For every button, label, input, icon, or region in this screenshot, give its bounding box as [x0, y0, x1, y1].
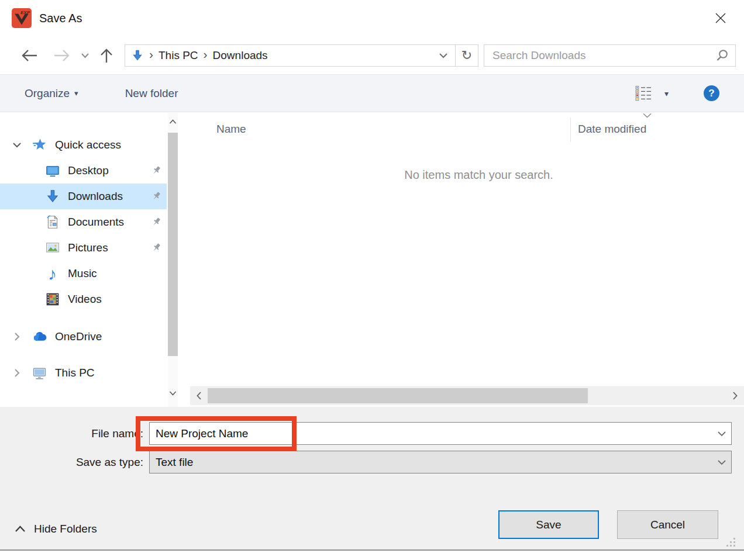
this-pc-icon	[32, 365, 47, 381]
new-folder-button[interactable]: New folder	[125, 87, 178, 100]
sidebar-item-label: Desktop	[68, 164, 109, 177]
scroll-down-button[interactable]	[168, 385, 178, 402]
search-box[interactable]	[484, 44, 736, 67]
sidebar-item-onedrive[interactable]: OneDrive	[0, 324, 167, 350]
dialog-footer: File name: Save as type: Text file Hide …	[0, 407, 744, 550]
chevron-down-icon	[717, 459, 726, 465]
breadcrumb-chevron[interactable]: ›	[149, 47, 153, 61]
sidebar-item-downloads[interactable]: Downloads	[0, 184, 167, 209]
file-name-row: File name:	[0, 422, 732, 445]
view-dropdown-button[interactable]: ▾	[660, 88, 669, 99]
chevron-up-icon	[169, 119, 177, 124]
sidebar-item-pictures[interactable]: Pictures	[0, 235, 167, 261]
column-header-name[interactable]: Name	[216, 123, 246, 136]
command-toolbar: Organize ▾ New folder ▾ ?	[0, 74, 744, 112]
title-bar: EXP Save As	[0, 0, 744, 36]
chevron-left-icon	[197, 392, 201, 400]
horizontal-scrollbar[interactable]	[190, 386, 744, 405]
save-as-type-dropdown-button[interactable]	[717, 451, 726, 473]
location-downloads-icon	[131, 49, 144, 62]
new-folder-label: New folder	[125, 87, 178, 100]
music-icon: ♪	[44, 266, 60, 282]
sidebar-item-desktop[interactable]: Desktop	[0, 158, 167, 184]
hide-folders-label: Hide Folders	[34, 523, 97, 535]
save-as-type-label: Save as type:	[0, 456, 143, 469]
downloads-icon	[44, 189, 60, 205]
forward-icon	[53, 48, 71, 63]
file-name-input[interactable]	[150, 423, 731, 444]
sidebar-item-this-pc[interactable]: This PC	[0, 360, 167, 386]
sidebar-item-quick-access[interactable]: Quick access	[0, 132, 167, 158]
caret-down-icon: ▾	[74, 89, 78, 98]
sidebar-item-music[interactable]: ♪ Music	[0, 261, 167, 286]
pin-icon	[150, 216, 162, 228]
chevron-down-icon[interactable]	[12, 142, 22, 148]
column-divider[interactable]	[570, 117, 571, 142]
file-name-combobox[interactable]	[149, 422, 732, 445]
videos-icon	[44, 292, 60, 307]
dialog-body: Quick access Desktop Downloads Documents…	[0, 113, 744, 407]
save-as-type-value: Text file	[150, 456, 193, 469]
help-button[interactable]: ?	[704, 85, 719, 101]
up-icon	[99, 47, 114, 64]
sidebar-item-label: Downloads	[68, 190, 123, 203]
organize-label: Organize	[25, 87, 70, 100]
back-icon	[20, 48, 38, 63]
resize-grip[interactable]	[725, 537, 737, 548]
organize-button[interactable]: Organize ▾	[25, 87, 78, 100]
save-as-dialog: EXP Save As › This PC › Downloads	[0, 0, 744, 560]
scroll-left-button[interactable]	[191, 386, 206, 405]
search-input[interactable]	[492, 49, 715, 62]
view-details-icon	[635, 85, 652, 101]
breadcrumb-downloads[interactable]: Downloads	[213, 49, 268, 62]
empty-list-message: No items match your search.	[190, 168, 744, 182]
address-bar[interactable]: › This PC › Downloads ↻	[125, 44, 478, 67]
pin-icon	[150, 165, 162, 177]
chevron-right-icon[interactable]	[12, 368, 22, 378]
save-button[interactable]: Save	[498, 510, 599, 539]
window-bottom-edge	[0, 549, 744, 551]
sidebar-item-label: Pictures	[68, 241, 108, 254]
recent-locations-button[interactable]	[80, 53, 89, 58]
chevron-down-icon	[81, 53, 89, 58]
chevron-down-icon	[717, 431, 726, 437]
refresh-button[interactable]: ↻	[456, 45, 478, 66]
search-icon	[715, 49, 729, 63]
navigation-sidebar: Quick access Desktop Downloads Documents…	[0, 113, 167, 407]
save-as-type-select[interactable]: Text file	[149, 451, 732, 473]
hide-folders-button[interactable]: Hide Folders	[15, 519, 97, 539]
scroll-up-button[interactable]	[168, 113, 178, 130]
save-as-type-row: Save as type: Text file	[0, 451, 732, 473]
save-button-label: Save	[536, 518, 561, 531]
sidebar-item-videos[interactable]: Videos	[0, 286, 167, 312]
forward-button[interactable]	[53, 48, 71, 63]
address-dropdown-button[interactable]	[432, 45, 455, 66]
breadcrumb-chevron[interactable]: ›	[204, 47, 208, 61]
back-button[interactable]	[20, 48, 38, 63]
close-icon	[714, 11, 728, 25]
help-icon: ?	[708, 88, 714, 99]
view-details-button[interactable]	[635, 85, 652, 101]
column-header-date-modified[interactable]: Date modified	[578, 123, 646, 136]
chevron-up-icon	[15, 526, 26, 533]
sidebar-item-documents[interactable]: Documents	[0, 209, 167, 235]
sidebar-scrollbar[interactable]	[168, 113, 178, 407]
close-button[interactable]	[711, 9, 730, 27]
file-name-dropdown-button[interactable]	[717, 423, 726, 444]
cancel-button[interactable]: Cancel	[617, 510, 718, 539]
onedrive-icon	[32, 329, 47, 345]
quick-access-icon	[32, 137, 47, 153]
exp-app-icon: EXP	[12, 8, 32, 28]
chevron-right-icon	[733, 392, 738, 400]
cancel-button-label: Cancel	[650, 518, 685, 531]
horizontal-scrollbar-thumb[interactable]	[208, 388, 588, 403]
chevron-right-icon[interactable]	[12, 332, 22, 341]
sidebar-scrollbar-thumb[interactable]	[168, 133, 178, 356]
scroll-right-button[interactable]	[728, 386, 743, 405]
sidebar-item-label: Videos	[68, 293, 102, 306]
documents-icon	[44, 215, 60, 230]
breadcrumb-this-pc[interactable]: This PC	[159, 49, 198, 62]
up-button[interactable]	[98, 47, 115, 64]
pictures-icon	[44, 240, 60, 256]
sidebar-item-label: Music	[68, 267, 97, 280]
